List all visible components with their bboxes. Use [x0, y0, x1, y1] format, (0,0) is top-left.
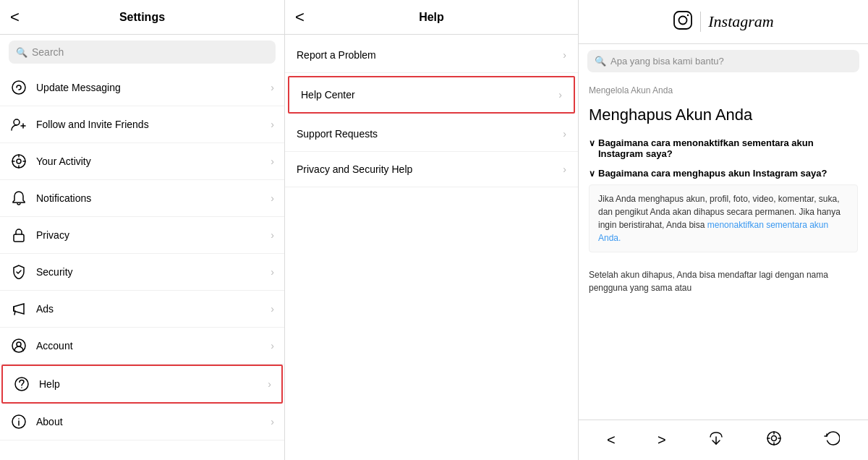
your-activity-icon	[10, 153, 27, 170]
help-item-help-center[interactable]: Help Center ›	[288, 76, 575, 114]
settings-item-label-follow-invite: Follow and Invite Friends	[36, 119, 271, 130]
content-search-bar[interactable]: 🔍 Apa yang bisa kami bantu?	[587, 50, 859, 72]
notifications-icon	[10, 189, 27, 207]
svg-point-0	[12, 81, 25, 94]
settings-header: < Settings	[0, 0, 284, 35]
settings-panel: < Settings 🔍 Search Update Messaging ›	[0, 0, 285, 460]
faq-chevron-icon-2: ∨	[589, 169, 595, 179]
settings-item-security[interactable]: Security ›	[0, 254, 284, 291]
help-panel: < Help Report a Problem › Help Center › …	[285, 0, 579, 460]
svg-rect-11	[674, 12, 692, 29]
content-search-icon: 🔍	[595, 56, 606, 67]
settings-search-placeholder: Search	[32, 46, 64, 58]
bottom-nav-forward-button[interactable]: >	[650, 429, 673, 451]
settings-item-help[interactable]: Help ›	[1, 365, 283, 404]
settings-item-about[interactable]: About ›	[0, 404, 284, 440]
search-icon: 🔍	[16, 47, 27, 58]
bottom-nav-undo-button[interactable]	[817, 427, 847, 453]
instagram-header-divider	[700, 12, 701, 32]
faq-answer-2: Jika Anda menghapus akun, profil, foto, …	[589, 184, 858, 252]
faq-item-2[interactable]: ∨ Bagaimana cara menghapus akun Instagra…	[589, 168, 858, 252]
svg-point-10	[18, 418, 20, 419]
help-item-privacy-security-help[interactable]: Privacy and Security Help ›	[285, 152, 578, 187]
content-title: Menghapus Akun Anda	[589, 106, 858, 124]
instagram-header: Instagram	[579, 0, 868, 44]
breadcrumb: Mengelola Akun Anda	[579, 78, 868, 98]
help-item-support-requests[interactable]: Support Requests ›	[285, 116, 578, 152]
help-header: < Help	[285, 0, 578, 35]
content-body: Menghapus Akun Anda ∨ Bagaimana cara men…	[579, 98, 868, 419]
settings-item-label-update-messaging: Update Messaging	[36, 82, 271, 93]
help-item-label-privacy-security-help: Privacy and Security Help	[297, 163, 563, 175]
settings-item-notifications[interactable]: Notifications ›	[0, 180, 284, 217]
settings-item-label-notifications: Notifications	[36, 192, 271, 204]
help-item-label-support-requests: Support Requests	[297, 128, 563, 140]
settings-item-label-account: Account	[36, 340, 271, 352]
faq-question-text-1: Bagaimana cara menonaktifkan sementara a…	[598, 137, 858, 159]
svg-point-15	[771, 436, 776, 441]
svg-rect-4	[14, 234, 24, 242]
content-panel: Instagram 🔍 Apa yang bisa kami bantu? Me…	[579, 0, 868, 460]
content-after-text: Setelah akun dihapus, Anda bisa mendafta…	[589, 261, 858, 297]
chevron-icon: ›	[271, 156, 274, 167]
help-item-label-report-problem: Report a Problem	[297, 49, 563, 61]
security-icon	[10, 263, 27, 281]
bottom-nav-send-button[interactable]	[701, 428, 731, 452]
svg-point-3	[17, 159, 21, 163]
update-messaging-icon	[10, 79, 27, 96]
chevron-icon: ›	[558, 89, 562, 101]
faq-question-1: ∨ Bagaimana cara menonaktifkan sementara…	[589, 137, 858, 159]
help-item-label-help-center: Help Center	[301, 89, 558, 101]
help-list: Report a Problem › Help Center › Support…	[285, 35, 578, 460]
ads-icon	[10, 300, 27, 318]
settings-item-privacy[interactable]: Privacy ›	[0, 217, 284, 254]
chevron-icon: ›	[271, 303, 274, 315]
settings-item-label-help: Help	[39, 378, 268, 390]
faq-question-text-2: Bagaimana cara menghapus akun Instagram …	[598, 168, 827, 179]
help-back-button[interactable]: <	[295, 9, 305, 25]
about-icon	[10, 413, 27, 430]
settings-search-bar[interactable]: 🔍 Search	[9, 41, 276, 64]
chevron-icon: ›	[563, 49, 566, 61]
follow-invite-icon	[10, 116, 27, 133]
settings-item-update-messaging[interactable]: Update Messaging ›	[0, 69, 284, 106]
settings-title: Settings	[119, 11, 165, 24]
help-icon	[13, 375, 30, 393]
bottom-nav: < >	[579, 419, 868, 460]
bottom-nav-back-button[interactable]: <	[600, 429, 623, 451]
settings-item-account[interactable]: Account ›	[0, 328, 284, 365]
content-search-placeholder: Apa yang bisa kami bantu?	[610, 56, 724, 67]
settings-item-ads[interactable]: Ads ›	[0, 291, 284, 328]
settings-item-label-privacy: Privacy	[36, 229, 271, 241]
faq-item-1[interactable]: ∨ Bagaimana cara menonaktifkan sementara…	[589, 137, 858, 159]
svg-point-8	[21, 387, 22, 388]
settings-item-follow-invite[interactable]: Follow and Invite Friends ›	[0, 106, 284, 143]
chevron-icon: ›	[271, 340, 274, 352]
account-icon	[10, 337, 27, 354]
svg-point-13	[687, 14, 689, 16]
settings-back-button[interactable]: <	[10, 9, 20, 25]
privacy-icon	[10, 226, 27, 244]
help-item-report-problem[interactable]: Report a Problem ›	[285, 38, 578, 73]
instagram-logo-icon	[673, 10, 693, 33]
bottom-nav-activity-button[interactable]	[759, 427, 789, 453]
chevron-icon: ›	[271, 416, 274, 427]
svg-point-12	[679, 17, 687, 25]
instagram-name-text: Instagram	[708, 12, 773, 31]
faq-question-2: ∨ Bagaimana cara menghapus akun Instagra…	[589, 168, 858, 179]
settings-item-label-ads: Ads	[36, 303, 271, 315]
chevron-icon: ›	[271, 192, 274, 204]
help-title: Help	[419, 11, 444, 24]
chevron-icon: ›	[563, 163, 566, 175]
settings-item-your-activity[interactable]: Your Activity ›	[0, 143, 284, 180]
settings-item-label-security: Security	[36, 266, 271, 278]
settings-list: Update Messaging › Follow and Invite Fri…	[0, 69, 284, 460]
faq-chevron-icon-1: ∨	[589, 138, 595, 148]
svg-point-6	[17, 342, 21, 346]
chevron-icon: ›	[268, 378, 271, 390]
settings-item-label-about: About	[36, 416, 271, 427]
chevron-icon: ›	[271, 119, 274, 130]
svg-point-1	[14, 119, 20, 125]
chevron-icon: ›	[271, 229, 274, 241]
chevron-icon: ›	[271, 266, 274, 278]
